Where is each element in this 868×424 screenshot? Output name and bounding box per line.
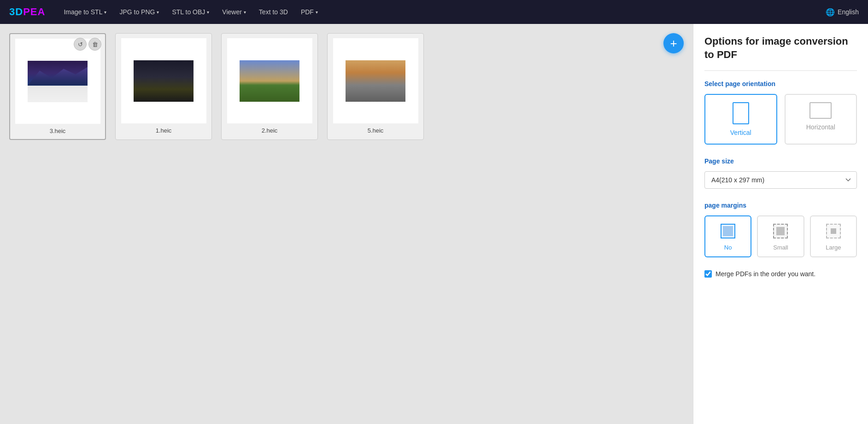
merge-label: Merge PDFs in the order you want. bbox=[716, 270, 815, 278]
horizontal-page-icon bbox=[809, 102, 832, 119]
image-filename-2: 1.heic bbox=[156, 127, 172, 134]
image-placeholder-4 bbox=[333, 38, 418, 123]
add-image-button[interactable]: + bbox=[663, 33, 684, 53]
margins-label: page margins bbox=[704, 202, 857, 209]
nav-item-pdf[interactable]: PDF ▾ bbox=[295, 6, 323, 18]
nav-label-jpg-to-png: JPG to PNG bbox=[119, 8, 155, 16]
page-size-select[interactable]: A4(210 x 297 mm) A3(297 x 420 mm) Letter… bbox=[704, 171, 857, 189]
image-filename-3: 2.heic bbox=[262, 127, 278, 134]
chevron-down-icon: ▾ bbox=[207, 10, 209, 15]
chevron-down-icon: ▾ bbox=[157, 10, 159, 15]
nav-label-stl-to-obj: STL to OBJ bbox=[172, 8, 205, 16]
rotate-button-1[interactable]: ↺ bbox=[74, 38, 87, 51]
nav-item-stl-to-obj[interactable]: STL to OBJ ▾ bbox=[166, 6, 215, 18]
image-placeholder-3 bbox=[227, 38, 312, 123]
logo[interactable]: 3D PEA bbox=[9, 6, 45, 18]
globe-icon: 🌐 bbox=[826, 8, 835, 17]
nav-item-text-to-3d[interactable]: Text to 3D bbox=[253, 6, 293, 18]
page-size-section: Page size A4(210 x 297 mm) A3(297 x 420 … bbox=[704, 157, 857, 189]
orientation-label: Select page orientation bbox=[704, 80, 857, 87]
margin-large-label: Large bbox=[826, 244, 841, 251]
margin-small-icon bbox=[771, 222, 790, 240]
vertical-label: Vertical bbox=[730, 129, 751, 136]
image-preview-2 bbox=[134, 60, 194, 102]
margins-options: No Small Large bbox=[704, 215, 857, 257]
logo-pea: PEA bbox=[23, 6, 45, 18]
image-preview-3 bbox=[240, 60, 299, 102]
panel-title: Options for image conversion to PDF bbox=[704, 35, 857, 61]
image-preview-4 bbox=[346, 60, 405, 102]
margins-section: page margins No Small bbox=[704, 202, 857, 257]
logo-3d: 3D bbox=[9, 6, 23, 18]
nav-item-viewer[interactable]: Viewer ▾ bbox=[217, 6, 252, 18]
main-layout: ↺ 🗑 3.heic 1.heic 2.heic bbox=[0, 24, 868, 424]
image-filename-4: 5.heic bbox=[368, 127, 384, 134]
horizontal-label: Horizontal bbox=[806, 123, 835, 131]
margin-large[interactable]: Large bbox=[810, 215, 857, 257]
merge-row: Merge PDFs in the order you want. bbox=[704, 270, 857, 278]
image-grid: ↺ 🗑 3.heic 1.heic 2.heic bbox=[9, 33, 684, 140]
nav-item-jpg-to-png[interactable]: JPG to PNG ▾ bbox=[114, 6, 164, 18]
margin-small-label: Small bbox=[773, 244, 788, 251]
image-card-4[interactable]: 5.heic bbox=[327, 33, 424, 140]
page-size-label: Page size bbox=[704, 157, 857, 165]
margin-small[interactable]: Small bbox=[757, 215, 804, 257]
margin-no-label: No bbox=[724, 244, 732, 251]
image-placeholder-1 bbox=[15, 39, 100, 124]
orientation-section: Select page orientation Vertical Horizon… bbox=[704, 80, 857, 145]
orientation-vertical[interactable]: Vertical bbox=[704, 94, 777, 145]
delete-button-1[interactable]: 🗑 bbox=[88, 38, 101, 51]
vertical-page-icon bbox=[733, 102, 749, 124]
language-label: English bbox=[838, 8, 859, 16]
chevron-down-icon: ▾ bbox=[104, 10, 106, 15]
nav-label-image-to-stl: Image to STL bbox=[64, 8, 102, 16]
chevron-down-icon: ▾ bbox=[244, 10, 246, 15]
right-panel: Options for image conversion to PDF Sele… bbox=[693, 24, 868, 424]
margin-large-icon bbox=[824, 222, 843, 240]
merge-checkbox[interactable] bbox=[704, 270, 712, 278]
nav-label-text-to-3d: Text to 3D bbox=[259, 8, 288, 16]
image-card-1[interactable]: ↺ 🗑 3.heic bbox=[9, 33, 106, 140]
image-filename-1: 3.heic bbox=[50, 128, 66, 134]
margin-no[interactable]: No bbox=[704, 215, 751, 257]
image-placeholder-2 bbox=[121, 38, 206, 123]
chevron-down-icon: ▾ bbox=[316, 10, 318, 15]
nav-label-viewer: Viewer bbox=[222, 8, 242, 16]
left-panel: ↺ 🗑 3.heic 1.heic 2.heic bbox=[0, 24, 693, 424]
orientation-horizontal[interactable]: Horizontal bbox=[785, 94, 857, 145]
panel-divider bbox=[704, 70, 857, 71]
language-selector[interactable]: 🌐 English bbox=[826, 8, 859, 17]
margin-no-icon bbox=[719, 222, 737, 240]
image-preview-1 bbox=[28, 61, 88, 102]
image-card-2[interactable]: 1.heic bbox=[115, 33, 212, 140]
card-controls-1: ↺ 🗑 bbox=[74, 38, 101, 51]
nav-item-image-to-stl[interactable]: Image to STL ▾ bbox=[58, 6, 112, 18]
image-card-3[interactable]: 2.heic bbox=[221, 33, 318, 140]
orientation-options: Vertical Horizontal bbox=[704, 94, 857, 145]
navbar: 3D PEA Image to STL ▾ JPG to PNG ▾ STL t… bbox=[0, 0, 868, 24]
nav-label-pdf: PDF bbox=[301, 8, 314, 16]
nav-items: Image to STL ▾ JPG to PNG ▾ STL to OBJ ▾… bbox=[58, 6, 822, 18]
